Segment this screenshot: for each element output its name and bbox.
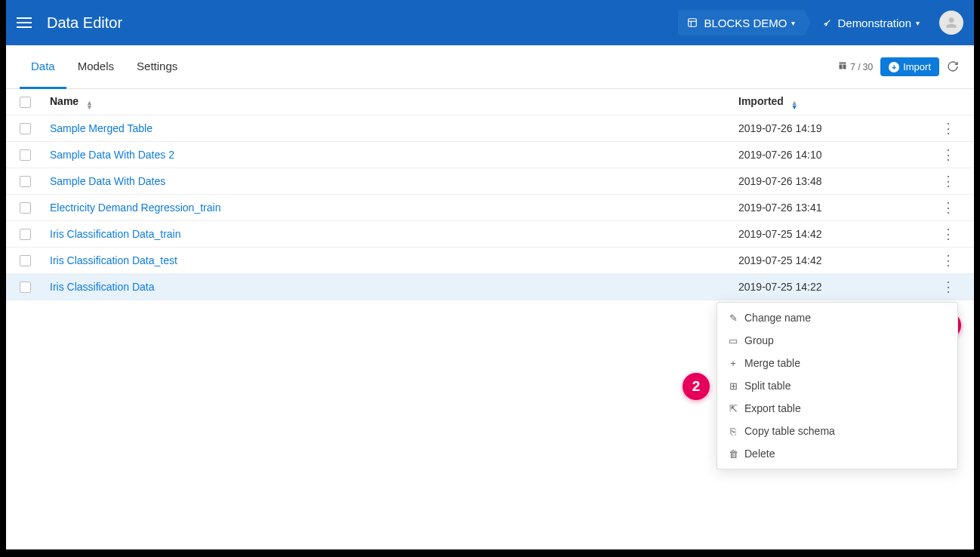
menu-item-merge-table[interactable]: +Merge table xyxy=(717,352,957,374)
row-name-link[interactable]: Sample Merged Table xyxy=(50,122,738,134)
row-checkbox[interactable] xyxy=(20,282,31,293)
table-row[interactable]: Sample Data With Dates 22019-07-26 14:10… xyxy=(6,142,974,168)
menu-item-export-table[interactable]: ⇱Export table xyxy=(717,397,957,420)
table-row[interactable]: Sample Data With Dates2019-07-26 13:48⋮ xyxy=(6,168,974,195)
row-actions-button[interactable]: ⋮ xyxy=(941,121,954,136)
table-header: Name ▲▼ Imported ▲▼ xyxy=(6,89,974,115)
tab-settings[interactable]: Settings xyxy=(125,45,189,89)
plus-circle-icon: + xyxy=(889,62,899,72)
folder-icon: ▭ xyxy=(728,335,738,346)
workspace-name: Demonstration xyxy=(837,17,911,29)
menu-item-group[interactable]: ▭Group xyxy=(717,329,957,352)
row-imported: 2019-07-25 14:42 xyxy=(738,254,935,266)
split-icon: ⊞ xyxy=(728,380,738,392)
data-table: Name ▲▼ Imported ▲▼ Sample Merged Table2… xyxy=(6,89,974,300)
row-name-link[interactable]: Electricity Demand Regression_train xyxy=(50,202,738,214)
hamburger-menu-icon[interactable] xyxy=(17,13,36,32)
table-row[interactable]: Iris Classification Data_test2019-07-25 … xyxy=(6,248,974,274)
row-checkbox[interactable] xyxy=(20,123,31,134)
row-imported: 2019-07-26 14:10 xyxy=(738,149,935,161)
menu-item-change-name[interactable]: ✎Change name xyxy=(717,306,957,329)
row-context-menu: ✎Change name▭Group+Merge table⊞Split tab… xyxy=(717,302,958,469)
plus-icon: + xyxy=(728,358,738,369)
row-actions-button[interactable]: ⋮ xyxy=(941,253,954,268)
copy-icon: ⎘ xyxy=(728,426,738,437)
refresh-button[interactable] xyxy=(947,60,960,74)
row-actions-button[interactable]: ⋮ xyxy=(941,279,954,294)
export-icon: ⇱ xyxy=(728,403,738,414)
row-name-link[interactable]: Sample Data With Dates xyxy=(50,175,738,187)
menu-item-split-table[interactable]: ⊞Split table xyxy=(717,374,957,397)
workspace-selector[interactable]: Demonstration ▾ xyxy=(806,10,929,35)
table-row[interactable]: Iris Classification Data_train2019-07-25… xyxy=(6,221,974,248)
sort-icon: ▲▼ xyxy=(86,100,93,109)
top-bar: Data Editor BLOCKS DEMO ▾ Demonstration … xyxy=(6,0,974,45)
row-checkbox[interactable] xyxy=(20,176,31,187)
row-checkbox[interactable] xyxy=(20,202,31,214)
tab-data[interactable]: Data xyxy=(20,45,66,89)
row-imported: 2019-07-26 13:48 xyxy=(738,175,935,187)
menu-item-copy-table-schema[interactable]: ⎘Copy table schema xyxy=(717,420,957,442)
caret-down-icon: ▾ xyxy=(916,19,920,27)
row-checkbox[interactable] xyxy=(20,149,31,161)
app-title: Data Editor xyxy=(47,14,122,32)
row-actions-button[interactable]: ⋮ xyxy=(941,200,954,215)
tabs-row: DataModelsSettings 7 / 30 + Import xyxy=(6,45,974,89)
menu-item-delete[interactable]: 🗑Delete xyxy=(717,442,957,465)
row-actions-button[interactable]: ⋮ xyxy=(941,174,954,189)
row-name-link[interactable]: Iris Classification Data_train xyxy=(50,228,738,240)
row-checkbox[interactable] xyxy=(20,229,31,240)
row-actions-button[interactable]: ⋮ xyxy=(941,226,954,242)
row-imported: 2019-07-25 14:22 xyxy=(738,281,935,293)
table-icon xyxy=(838,61,847,72)
caret-down-icon: ▾ xyxy=(791,19,795,27)
select-all-checkbox[interactable] xyxy=(20,97,31,108)
import-button[interactable]: + Import xyxy=(880,57,939,76)
annotation-callout-2: 2 xyxy=(683,373,710,400)
table-row[interactable]: Sample Merged Table2019-07-26 14:19⋮ xyxy=(6,115,974,142)
row-imported: 2019-07-26 14:19 xyxy=(738,122,935,134)
svg-rect-0 xyxy=(689,19,697,27)
row-name-link[interactable]: Iris Classification Data_test xyxy=(50,254,738,266)
wrench-icon xyxy=(821,17,831,28)
user-avatar[interactable] xyxy=(939,11,963,35)
column-header-name[interactable]: Name ▲▼ xyxy=(50,95,738,109)
project-selector[interactable]: BLOCKS DEMO ▾ xyxy=(678,10,804,35)
row-name-link[interactable]: Iris Classification Data xyxy=(50,281,738,293)
trash-icon: 🗑 xyxy=(728,448,738,460)
column-header-imported[interactable]: Imported ▲▼ xyxy=(738,95,935,109)
tab-models[interactable]: Models xyxy=(66,45,125,89)
table-row[interactable]: Electricity Demand Regression_train2019-… xyxy=(6,195,974,221)
table-count: 7 / 30 xyxy=(838,61,873,72)
table-row[interactable]: Iris Classification Data2019-07-25 14:22… xyxy=(6,274,974,300)
row-checkbox[interactable] xyxy=(20,255,31,266)
row-imported: 2019-07-26 13:41 xyxy=(738,202,935,214)
row-actions-button[interactable]: ⋮ xyxy=(941,147,954,162)
sort-icon: ▲▼ xyxy=(791,100,798,109)
row-imported: 2019-07-25 14:42 xyxy=(738,228,935,240)
row-name-link[interactable]: Sample Data With Dates 2 xyxy=(50,149,738,161)
pencil-icon: ✎ xyxy=(728,312,738,324)
project-name: BLOCKS DEMO xyxy=(704,17,787,29)
project-icon xyxy=(687,17,698,28)
